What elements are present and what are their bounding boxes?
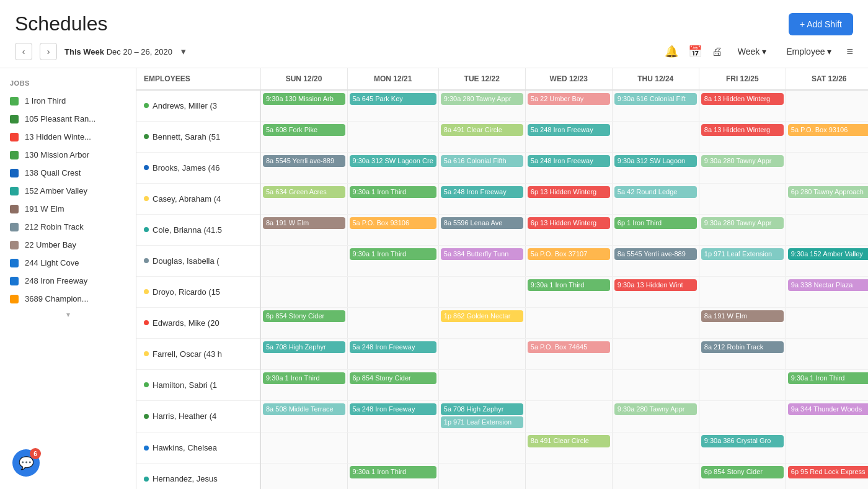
day-cell-8-0: 5a 708 High Zephyr: [260, 338, 347, 369]
sidebar-item-0[interactable]: 1 Iron Third: [0, 92, 136, 110]
shift-block[interactable]: 9:30a 280 Tawny Appr: [441, 93, 523, 105]
shift-block[interactable]: 6p 854 Stony Cider: [263, 310, 345, 322]
shift-block[interactable]: 6p 95 Red Lock Express: [788, 466, 868, 478]
shift-block[interactable]: 9:30a 1 Iron Third: [350, 466, 436, 478]
sidebar-item-7[interactable]: 212 Robin Track: [0, 218, 136, 236]
shift-block[interactable]: 5a P.O. Box 74645: [528, 341, 610, 353]
shift-block[interactable]: 8a 191 W Elm: [701, 310, 784, 322]
calendar-button[interactable]: 📅: [688, 45, 702, 58]
shift-block[interactable]: 5a 22 Umber Bay: [528, 93, 610, 105]
schedule-area[interactable]: EMPLOYEES SUN 12/20MON 12/21TUE 12/22WED…: [136, 68, 868, 489]
sidebar-item-2[interactable]: 13 Hidden Winte...: [0, 128, 136, 146]
week-view-dropdown[interactable]: Week ▾: [733, 44, 772, 59]
day-cell-7-3: [525, 307, 612, 338]
date-dropdown-button[interactable]: ▾: [181, 46, 186, 57]
notifications-button[interactable]: 🔔: [665, 45, 678, 58]
emp-name-label-5: Douglas, Isabella (: [153, 256, 219, 266]
shift-block[interactable]: 1p 971 Leaf Extension: [701, 248, 784, 260]
shift-block[interactable]: 8a 5545 Yerrli ave-889: [614, 248, 697, 260]
table-row: Farrell, Oscar (43 h5a 708 High Zephyr5a…: [136, 338, 868, 369]
jobs-sidebar: JOBS 1 Iron Third105 Pleasant Ran...13 H…: [0, 68, 136, 489]
shift-block[interactable]: 6p 13 Hidden Winterg: [528, 217, 610, 229]
day-cell-0-1: 5a 645 Park Key: [347, 90, 438, 121]
shift-block[interactable]: 8a 5545 Yerrli ave-889: [263, 155, 345, 167]
shift-block[interactable]: 8a 491 Clear Circle: [441, 124, 523, 136]
shift-block[interactable]: 5a 645 Park Key: [350, 93, 436, 105]
shift-block[interactable]: 9:30a 130 Mission Arb: [263, 93, 345, 105]
day-cell-2-1: 9:30a 312 SW Lagoon Cre: [347, 152, 438, 183]
sidebar-item-9[interactable]: 244 Light Cove: [0, 254, 136, 272]
day-cell-11-3: 8a 491 Clear Circle: [525, 433, 612, 464]
shift-block[interactable]: 9:30a 13 Hidden Wint: [614, 279, 697, 291]
job-color-5: [10, 187, 19, 195]
shift-block[interactable]: 8a 212 Robin Track: [701, 341, 784, 353]
sidebar-item-11[interactable]: 3689 Champion...: [0, 290, 136, 308]
sidebar-item-1[interactable]: 105 Pleasant Ran...: [0, 110, 136, 128]
shift-block[interactable]: 5a 248 Iron Freeway: [441, 186, 523, 198]
shift-block[interactable]: 9:30a 312 SW Lagoon: [614, 155, 697, 167]
shift-block[interactable]: 8a 491 Clear Circle: [528, 435, 610, 447]
sidebar-item-4[interactable]: 138 Quail Crest: [0, 164, 136, 182]
shift-block[interactable]: 8a 191 W Elm: [263, 217, 345, 229]
shift-block[interactable]: 5a P.O. Box 37107: [528, 248, 610, 260]
emp-dot-11: [144, 446, 149, 451]
shift-block[interactable]: 5a 248 Iron Freeway: [528, 155, 610, 167]
sidebar-item-10[interactable]: 248 Iron Freeway: [0, 272, 136, 290]
shift-block[interactable]: 9:30a 1 Iron Third: [350, 248, 436, 260]
shift-block[interactable]: 8a 13 Hidden Winterg: [701, 124, 784, 136]
next-week-button[interactable]: ›: [40, 43, 57, 60]
shift-block[interactable]: 5a 42 Round Ledge: [614, 186, 697, 198]
sidebar-item-6[interactable]: 191 W Elm: [0, 200, 136, 218]
shift-block[interactable]: 9a 338 Nectar Plaza: [788, 279, 868, 291]
shift-block[interactable]: 9:30a 616 Colonial Fift: [614, 93, 697, 105]
shift-block[interactable]: 9:30a 386 Crystal Gro: [701, 435, 784, 447]
shift-block[interactable]: 6p 280 Tawny Approach: [788, 186, 868, 198]
shift-block[interactable]: 9:30a 152 Amber Valley: [788, 248, 868, 260]
shift-block[interactable]: 8a 13 Hidden Winterg: [701, 93, 784, 105]
shift-block[interactable]: 6p 854 Stony Cider: [701, 466, 784, 478]
emp-dot-2: [144, 165, 149, 170]
day-cell-2-3: 5a 248 Iron Freeway: [525, 152, 612, 183]
print-button[interactable]: 🖨: [712, 45, 723, 58]
shift-block[interactable]: 8a 508 Middle Terrace: [263, 403, 345, 415]
shift-block[interactable]: 9a 344 Thunder Woods: [788, 403, 868, 415]
filter-icon-button[interactable]: ≡: [846, 45, 853, 58]
chat-bubble[interactable]: 💬 6: [12, 449, 40, 477]
shift-block[interactable]: 9:30a 1 Iron Third: [528, 279, 610, 291]
day-cell-5-6: 9:30a 152 Amber Valley: [786, 245, 868, 276]
shift-block[interactable]: 6p 854 Stony Cider: [350, 372, 436, 384]
sidebar-item-3[interactable]: 130 Mission Arbor: [0, 146, 136, 164]
add-shift-button[interactable]: + Add Shift: [789, 13, 853, 35]
shift-block[interactable]: 9:30a 1 Iron Third: [788, 372, 868, 384]
employee-filter-dropdown[interactable]: Employee ▾: [781, 44, 836, 59]
shift-block[interactable]: 1p 862 Golden Nectar: [441, 310, 523, 322]
sidebar-item-5[interactable]: 152 Amber Valley: [0, 182, 136, 200]
emp-dot-3: [144, 196, 149, 201]
shift-block[interactable]: 8a 5596 Lenaa Ave: [441, 217, 523, 229]
shift-block[interactable]: 5a 248 Iron Freeway: [350, 341, 436, 353]
day-header-0: SUN 12/20: [260, 68, 347, 90]
job-label-8: 22 Umber Bay: [25, 240, 76, 249]
shift-block[interactable]: 9:30a 312 SW Lagoon Cre: [350, 155, 436, 167]
shift-block[interactable]: 9:30a 1 Iron Third: [263, 372, 345, 384]
shift-block[interactable]: 5a 616 Colonial Fifth: [441, 155, 523, 167]
shift-block[interactable]: 5a 634 Green Acres: [263, 186, 345, 198]
shift-block[interactable]: 9:30a 280 Tawny Appr: [614, 403, 697, 415]
sidebar-item-8[interactable]: 22 Umber Bay: [0, 236, 136, 254]
shift-block[interactable]: 5a 384 Butterfly Tunn: [441, 248, 523, 260]
shift-block[interactable]: 5a P.O. Box 93106: [350, 217, 436, 229]
shift-block[interactable]: 9:30a 1 Iron Third: [350, 186, 436, 198]
shift-block[interactable]: 9:30a 280 Tawny Appr: [701, 217, 784, 229]
emp-name-label-8: Farrell, Oscar (43 h: [153, 349, 222, 359]
prev-week-button[interactable]: ‹: [15, 43, 32, 60]
shift-block[interactable]: 5a 608 Fork Pike: [263, 124, 345, 136]
shift-block[interactable]: 5a 708 High Zephyr: [441, 403, 523, 415]
shift-block[interactable]: 9:30a 280 Tawny Appr: [701, 155, 784, 167]
shift-block[interactable]: 5a 248 Iron Freeway: [528, 124, 610, 136]
shift-block[interactable]: 6p 13 Hidden Winterg: [528, 186, 610, 198]
shift-block[interactable]: 6p 1 Iron Third: [614, 217, 697, 229]
shift-block[interactable]: 5a 708 High Zephyr: [263, 341, 345, 353]
shift-block[interactable]: 5a P.O. Box 93106: [788, 124, 868, 136]
shift-block[interactable]: 1p 971 Leaf Extension: [441, 416, 523, 428]
shift-block[interactable]: 5a 248 Iron Freeway: [350, 403, 436, 415]
